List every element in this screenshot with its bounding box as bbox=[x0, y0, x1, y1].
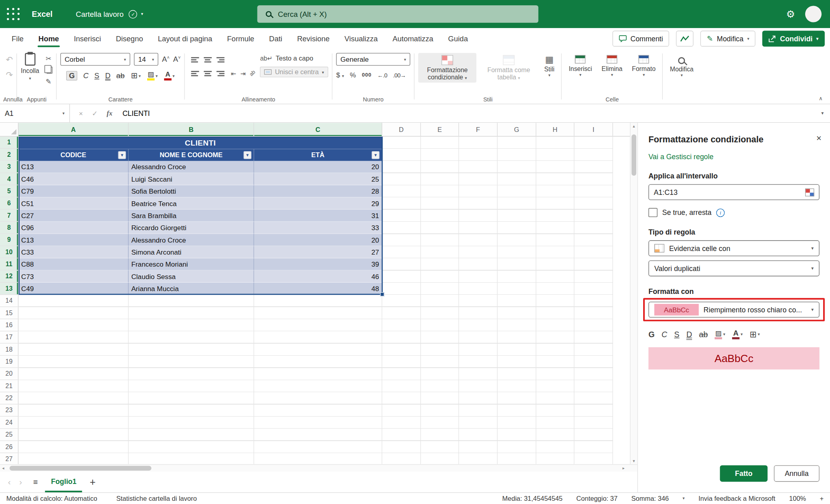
workbook-name[interactable]: Cartella lavoro bbox=[76, 10, 123, 18]
column-header-A[interactable]: A bbox=[18, 123, 129, 136]
cells-area[interactable]: CLIENTI CODICE▾NOME E COGNOME▾ETÀ▾ C13Al… bbox=[18, 137, 630, 464]
table-header-nome-e-cognome[interactable]: NOME E COGNOME▾ bbox=[129, 149, 254, 161]
italic-button[interactable]: C bbox=[83, 71, 88, 80]
column-header-I[interactable]: I bbox=[574, 123, 613, 136]
horizontal-scrollbar[interactable]: ◂ ▸ bbox=[0, 464, 638, 472]
table-cell[interactable]: 29 bbox=[254, 197, 382, 209]
row-header-20[interactable]: 20 bbox=[0, 368, 18, 380]
format-painter-icon[interactable]: ✎ bbox=[46, 77, 53, 85]
search-input[interactable]: Cerca (Alt + X) bbox=[257, 5, 538, 23]
shrink-font-button[interactable]: A˅ bbox=[173, 55, 181, 63]
column-header-B[interactable]: B bbox=[129, 123, 254, 136]
editing-button[interactable]: Modifica ▾ bbox=[667, 53, 697, 79]
expand-formula-bar-icon[interactable]: ▾ bbox=[821, 111, 824, 116]
table-header-codice[interactable]: CODICE▾ bbox=[18, 149, 129, 161]
increase-indent-icon[interactable]: ⇥ bbox=[241, 70, 246, 77]
format-style-dropdown[interactable]: AaBbCc Riempimento rosso chiaro co... ▾ bbox=[648, 302, 819, 318]
redo-icon[interactable]: ↷ bbox=[6, 70, 13, 80]
table-cell[interactable]: Francesco Moriani bbox=[129, 258, 254, 270]
italic-button[interactable]: C bbox=[662, 330, 667, 338]
row-header-3[interactable]: 3 bbox=[0, 161, 18, 173]
strikethrough-button[interactable]: ab bbox=[116, 71, 125, 80]
horizontal-scroll-thumb[interactable] bbox=[10, 466, 152, 471]
row-header-1[interactable]: 1 bbox=[0, 137, 18, 149]
double-underline-button[interactable]: D bbox=[686, 330, 692, 338]
scroll-up-icon[interactable]: ▲ bbox=[630, 124, 637, 128]
column-header-C[interactable]: C bbox=[254, 123, 382, 136]
ribbon-tab-visualizza[interactable]: Visualizza bbox=[337, 28, 385, 49]
table-cell[interactable]: 39 bbox=[254, 258, 382, 270]
rule-value-dropdown[interactable]: Valori duplicati ▾ bbox=[648, 261, 819, 277]
ribbon-tab-home[interactable]: Home bbox=[31, 28, 66, 49]
table-cell[interactable]: Beatrice Tenca bbox=[129, 197, 254, 209]
close-icon[interactable]: × bbox=[816, 134, 822, 144]
table-cell[interactable]: C27 bbox=[18, 210, 129, 222]
vertical-scroll-thumb[interactable] bbox=[632, 134, 636, 176]
table-cell[interactable]: 28 bbox=[254, 185, 382, 197]
next-sheet-icon[interactable]: › bbox=[16, 477, 26, 487]
ribbon-tab-file[interactable]: File bbox=[4, 28, 31, 49]
manage-rules-link[interactable]: Vai a Gestisci regole bbox=[648, 153, 819, 161]
row-header-8[interactable]: 8 bbox=[0, 222, 18, 234]
table-cell[interactable]: Riccardo Giorgetti bbox=[129, 222, 254, 234]
fill-color-button[interactable]: ▨▾ bbox=[147, 71, 158, 81]
scroll-left-icon[interactable]: ◂ bbox=[2, 466, 4, 471]
insert-cells-button[interactable]: Inserisci ▾ bbox=[566, 53, 595, 78]
decrease-indent-icon[interactable]: ⇤ bbox=[231, 70, 236, 77]
delete-cells-button[interactable]: Elimina ▾ bbox=[598, 53, 626, 78]
feedback-link[interactable]: Invia feedback a Microsoft bbox=[698, 495, 775, 502]
ribbon-tab-revisione[interactable]: Revisione bbox=[289, 28, 337, 49]
name-box[interactable]: A1 ▾ bbox=[0, 104, 70, 122]
table-cell[interactable]: C13 bbox=[18, 161, 129, 173]
row-header-7[interactable]: 7 bbox=[0, 210, 18, 222]
row-header-15[interactable]: 15 bbox=[0, 307, 18, 319]
row-header-19[interactable]: 19 bbox=[0, 356, 18, 368]
font-size-select[interactable]: 14 ▾ bbox=[134, 53, 158, 66]
panel-borders-button[interactable]: ⊞▾ bbox=[750, 329, 760, 339]
workbook-statistics[interactable]: Statistiche cartella di lavoro bbox=[116, 495, 197, 502]
undo-icon[interactable]: ↶ bbox=[6, 55, 13, 65]
copy-icon[interactable] bbox=[47, 67, 53, 73]
select-all-corner[interactable] bbox=[0, 123, 18, 136]
filter-dropdown-icon[interactable]: ▾ bbox=[243, 151, 251, 159]
row-header-5[interactable]: 5 bbox=[0, 185, 18, 197]
rule-type-dropdown[interactable]: Evidenzia celle con ▾ bbox=[648, 240, 819, 256]
cell-styles-button[interactable]: ▦ Stili ▾ bbox=[541, 53, 557, 79]
column-header-F[interactable]: F bbox=[459, 123, 498, 136]
table-cell[interactable]: C96 bbox=[18, 222, 129, 234]
row-header-21[interactable]: 21 bbox=[0, 380, 18, 392]
cancel-entry-icon[interactable]: × bbox=[79, 109, 83, 117]
row-header-22[interactable]: 22 bbox=[0, 392, 18, 404]
column-header-G[interactable]: G bbox=[498, 123, 536, 136]
settings-gear-icon[interactable]: ⚙ bbox=[786, 8, 795, 20]
table-cell[interactable]: C79 bbox=[18, 185, 129, 197]
align-top-icon[interactable] bbox=[191, 57, 199, 63]
table-header-età[interactable]: ETÀ▾ bbox=[254, 149, 382, 161]
sparkline-button[interactable] bbox=[676, 31, 694, 47]
sheet-list-icon[interactable]: ≡ bbox=[27, 478, 44, 486]
table-cell[interactable]: C46 bbox=[18, 173, 129, 185]
range-picker-icon[interactable] bbox=[805, 188, 814, 196]
scroll-down-icon[interactable]: ▼ bbox=[630, 459, 637, 463]
number-format-select[interactable]: Generale ▾ bbox=[336, 53, 410, 66]
panel-fill-color-button[interactable]: ▨▾ bbox=[715, 330, 725, 339]
panel-font-color-button[interactable]: A▾ bbox=[732, 329, 743, 339]
table-cell[interactable]: 33 bbox=[254, 222, 382, 234]
scroll-right-icon[interactable]: ▸ bbox=[623, 466, 625, 471]
percent-format-button[interactable]: % bbox=[350, 71, 356, 79]
double-underline-button[interactable]: D bbox=[105, 71, 110, 80]
grow-font-button[interactable]: A˄ bbox=[162, 55, 170, 63]
align-center-icon[interactable] bbox=[204, 71, 212, 77]
status-average[interactable]: Media: 31,45454545 bbox=[502, 495, 563, 502]
merge-center-button[interactable]: Unisci e centra ▾ bbox=[260, 67, 328, 77]
table-cell[interactable]: C88 bbox=[18, 258, 129, 270]
table-cell[interactable]: Arianna Muccia bbox=[129, 283, 254, 295]
row-header-11[interactable]: 11 bbox=[0, 258, 18, 270]
row-header-14[interactable]: 14 bbox=[0, 295, 18, 307]
ribbon-tab-automatizza[interactable]: Automatizza bbox=[385, 28, 441, 49]
sheet-tab-foglio1[interactable]: Foglio1 bbox=[45, 472, 82, 492]
underline-button[interactable]: S bbox=[674, 330, 679, 338]
row-header-10[interactable]: 10 bbox=[0, 246, 18, 258]
row-header-16[interactable]: 16 bbox=[0, 319, 18, 331]
table-cell[interactable]: 31 bbox=[254, 210, 382, 222]
